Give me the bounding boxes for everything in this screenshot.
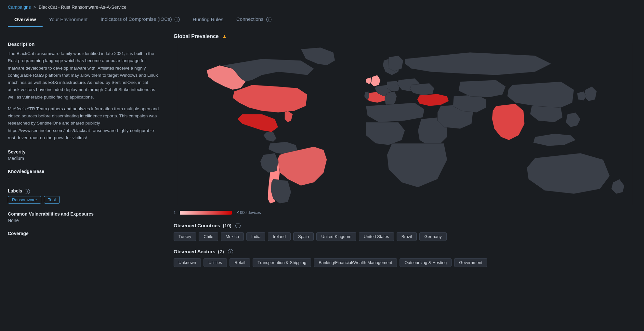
country-tag[interactable]: Spain: [293, 232, 314, 241]
tab-your-environment[interactable]: Your Environment: [43, 13, 94, 27]
observed-countries-info-icon[interactable]: i: [235, 223, 241, 228]
sector-tag[interactable]: Utilities: [204, 258, 227, 267]
connections-info-icon[interactable]: i: [266, 17, 271, 22]
severity-value: Medium: [8, 156, 161, 161]
breadcrumb-current-page: BlackCat - Rust Ransomware-As-A-Service: [39, 5, 126, 10]
map-legend: 1 >1000 devices: [174, 210, 636, 215]
legend-min-label: 1: [174, 210, 176, 215]
labels-tags: Ransomware Tool: [8, 196, 161, 204]
country-tag[interactable]: United States: [359, 232, 394, 241]
observed-sectors-title: Observed Sectors: [174, 249, 215, 254]
tab-connections[interactable]: Connections i: [230, 12, 278, 27]
legend-bar: [180, 211, 232, 215]
description-title: Description: [8, 41, 161, 47]
country-tag[interactable]: Chile: [199, 232, 218, 241]
breadcrumb: Campaigns > BlackCat - Rust Ransomware-A…: [0, 0, 644, 12]
breadcrumb-separator: >: [33, 5, 36, 10]
description-section: Description The BlackCat ransomware fami…: [8, 41, 161, 141]
labels-label: Labels i: [8, 188, 161, 194]
country-tag[interactable]: India: [246, 232, 265, 241]
right-panel: Global Prevalence ▲: [170, 33, 636, 313]
tab-hunting-rules[interactable]: Hunting Rules: [186, 13, 230, 27]
country-tag[interactable]: Ireland: [268, 232, 291, 241]
breadcrumb-campaigns-link[interactable]: Campaigns: [8, 5, 31, 10]
ioc-info-icon[interactable]: i: [175, 17, 180, 22]
knowledge-base-label: Knowledge Base: [8, 169, 161, 174]
sector-tag[interactable]: Transportation & Shipping: [253, 258, 311, 267]
prevalence-title: Global Prevalence: [174, 33, 219, 39]
observed-countries-header: Observed Countries (10) i: [174, 223, 636, 228]
observed-sectors-header: Observed Sectors (7) i: [174, 249, 636, 254]
country-tag[interactable]: Mexico: [221, 232, 244, 241]
coverage-label: Coverage: [8, 231, 161, 236]
observed-countries-section: Observed Countries (10) i TurkeyChileMex…: [174, 223, 636, 241]
labels-info-icon[interactable]: i: [25, 189, 30, 194]
tag-ransomware[interactable]: Ransomware: [8, 196, 41, 204]
knowledge-base-value: -: [8, 175, 161, 180]
sector-tags-container: UnknownUtilitiesRetailTransportation & S…: [174, 258, 636, 267]
country-tag[interactable]: Turkey: [174, 232, 196, 241]
cve-label: Common Vulnerabilities and Exposures: [8, 211, 161, 217]
world-map: [174, 43, 636, 205]
observed-countries-count: (10): [223, 223, 231, 228]
sector-tag[interactable]: Retail: [230, 258, 250, 267]
warning-icon: ▲: [222, 33, 227, 39]
severity-section: Severity Medium: [8, 149, 161, 161]
country-tags-container: TurkeyChileMexicoIndiaIrelandSpainUnited…: [174, 232, 636, 241]
observed-sectors-section: Observed Sectors (7) i UnknownUtilitiesR…: [174, 249, 636, 267]
sector-tag[interactable]: Unknown: [174, 258, 201, 267]
left-panel: Description The BlackCat ransomware fami…: [8, 33, 170, 313]
cve-value: None: [8, 218, 161, 223]
sector-tag[interactable]: Banking/Financial/Wealth Management: [314, 258, 397, 267]
observed-countries-title: Observed Countries: [174, 223, 220, 228]
main-content: Description The BlackCat ransomware fami…: [0, 27, 644, 320]
nav-tabs: Overview Your Environment Indicators of …: [0, 12, 644, 27]
prevalence-header: Global Prevalence ▲: [174, 33, 636, 39]
description-text-1: The BlackCat ransomware family was ident…: [8, 50, 161, 101]
cve-section: Common Vulnerabilities and Exposures Non…: [8, 211, 161, 223]
observed-sectors-info-icon[interactable]: i: [228, 249, 233, 254]
map-svg: [174, 43, 636, 205]
severity-label: Severity: [8, 149, 161, 154]
tab-ioc[interactable]: Indicators of Compromise (IOCs) i: [94, 12, 186, 27]
tab-overview[interactable]: Overview: [8, 13, 43, 27]
legend-max-label: >1000 devices: [236, 210, 261, 215]
knowledge-base-section: Knowledge Base -: [8, 169, 161, 180]
country-tag[interactable]: Brazil: [397, 232, 417, 241]
coverage-section: Coverage: [8, 231, 161, 236]
country-tag[interactable]: Germany: [419, 232, 446, 241]
sector-tag[interactable]: Outsourcing & Hosting: [400, 258, 452, 267]
observed-sectors-count: (7): [218, 249, 224, 254]
tag-tool[interactable]: Tool: [44, 196, 60, 204]
labels-section: Labels i Ransomware Tool: [8, 188, 161, 203]
country-tag[interactable]: United Kingdom: [316, 232, 356, 241]
description-text-2: McAfee's ATR Team gathers and analyzes i…: [8, 105, 161, 141]
sector-tag[interactable]: Government: [454, 258, 487, 267]
